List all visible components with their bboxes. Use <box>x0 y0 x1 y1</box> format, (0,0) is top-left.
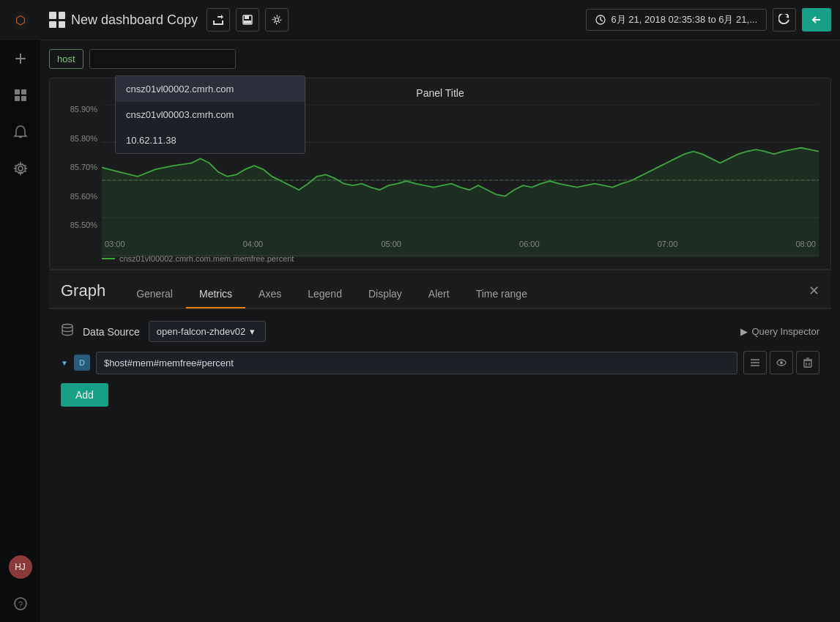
graph-section-title: Graph <box>61 281 105 308</box>
query-collapse-arrow[interactable]: ▼ <box>61 359 68 367</box>
dashboards-icon <box>13 88 28 103</box>
database-icon <box>61 323 74 336</box>
refresh-icon <box>778 14 790 26</box>
graph-header: Graph General Metrics Axes Legend Displa… <box>49 270 831 308</box>
datasource-dropdown-arrow: ▾ <box>250 326 255 337</box>
refresh-button[interactable] <box>773 8 796 32</box>
svg-rect-5 <box>21 89 26 95</box>
y-label-3: 85.60% <box>70 192 97 201</box>
svg-rect-7 <box>21 96 26 101</box>
tab-axes[interactable]: Axes <box>245 281 294 308</box>
y-label-0: 85.90% <box>70 105 97 114</box>
svg-marker-18 <box>786 15 789 18</box>
sidebar: ⬡ HJ ? <box>0 0 40 622</box>
query-row: ▼ D <box>61 351 819 374</box>
tab-time-range[interactable]: Time range <box>463 281 540 308</box>
datasource-label: Data Source <box>83 326 140 338</box>
datasource-select[interactable]: open-falcon-zhdev02 ▾ <box>149 321 266 342</box>
add-query-button[interactable]: Add <box>61 383 108 407</box>
tab-alert[interactable]: Alert <box>415 281 463 308</box>
chart-x-axis: 03:00 04:00 05:00 06:00 07:00 08:00 <box>102 237 819 251</box>
lines-icon <box>750 358 760 368</box>
svg-rect-6 <box>15 96 20 101</box>
svg-line-17 <box>601 20 603 21</box>
datasource-icon <box>61 323 74 340</box>
tab-general[interactable]: General <box>123 281 186 308</box>
query-delete-button[interactable] <box>796 351 819 374</box>
clock-icon <box>595 15 606 25</box>
grafana-logo-icon: ⬡ <box>10 10 31 31</box>
tab-legend[interactable]: Legend <box>294 281 355 308</box>
x-label-0: 03:00 <box>105 240 125 248</box>
panel-area: host cnsz01vl00002.cmrh.com cnsz01vl0000… <box>40 40 840 622</box>
main-content: New dashboard Copy <box>40 0 840 622</box>
query-letter-badge: D <box>74 355 90 371</box>
close-graph-section-button[interactable]: ✕ <box>809 283 819 306</box>
host-dropdown-item-1[interactable]: cnsz01vl00003.cmrh.com <box>116 102 305 127</box>
y-label-2: 85.70% <box>70 163 97 171</box>
sidebar-item-help[interactable]: ? <box>0 585 40 622</box>
sidebar-item-alerts[interactable] <box>0 114 40 150</box>
legend-line <box>102 258 115 259</box>
y-label-1: 85.80% <box>70 134 97 143</box>
datasource-row: Data Source open-falcon-zhdev02 ▾ ▶ Quer… <box>61 321 819 342</box>
x-label-1: 04:00 <box>243 240 264 248</box>
host-label: host <box>49 49 83 69</box>
datasource-selected-value: open-falcon-zhdev02 <box>157 326 245 337</box>
time-range-picker[interactable]: 6月 21, 2018 02:35:38 to 6月 21,... <box>586 9 767 31</box>
host-dropdown-item-2[interactable]: 10.62.11.38 <box>116 127 305 153</box>
svg-point-8 <box>18 166 23 171</box>
back-icon <box>811 14 822 26</box>
x-label-4: 07:00 <box>658 240 678 248</box>
svg-text:?: ? <box>18 600 22 609</box>
trash-icon <box>803 358 813 368</box>
tab-display[interactable]: Display <box>355 281 415 308</box>
host-dropdown: cnsz01vl00002.cmrh.com cnsz01vl00003.cmr… <box>115 75 305 154</box>
host-input[interactable] <box>89 49 236 69</box>
query-eye-button[interactable] <box>770 351 793 374</box>
graph-section: Graph General Metrics Axes Legend Displa… <box>49 270 831 308</box>
svg-point-26 <box>62 325 73 328</box>
chart-y-axis: 85.90% 85.80% 85.70% 85.60% 85.50% <box>62 105 102 229</box>
share-icon <box>213 15 223 25</box>
svg-text:⬡: ⬡ <box>15 14 26 26</box>
x-label-5: 08:00 <box>795 240 816 248</box>
query-lines-button[interactable] <box>743 351 767 374</box>
tab-metrics[interactable]: Metrics <box>186 281 245 308</box>
y-label-4: 85.50% <box>70 221 97 229</box>
query-inspector-label: Query Inspector <box>752 326 820 337</box>
svg-rect-4 <box>15 89 20 95</box>
save-button[interactable] <box>236 8 259 32</box>
sidebar-item-settings[interactable] <box>0 150 40 187</box>
share-button[interactable] <box>207 8 230 32</box>
sidebar-item-add[interactable] <box>0 40 40 77</box>
back-button[interactable] <box>802 8 831 32</box>
x-label-2: 05:00 <box>381 240 401 248</box>
sidebar-avatar[interactable]: HJ <box>0 549 40 585</box>
svg-rect-13 <box>244 21 251 23</box>
gear-icon <box>13 161 28 176</box>
sidebar-item-dashboards[interactable] <box>0 77 40 114</box>
query-input[interactable] <box>96 352 737 374</box>
time-range-text: 6月 21, 2018 02:35:38 to 6月 21,... <box>612 13 757 26</box>
bell-icon <box>13 125 28 139</box>
query-inspector-arrow: ▶ <box>740 326 748 337</box>
plus-icon <box>13 51 28 66</box>
svg-rect-32 <box>804 360 811 367</box>
dashboard-settings-button[interactable] <box>265 8 289 32</box>
x-label-3: 06:00 <box>519 240 540 248</box>
dashboard-title: New dashboard Copy <box>71 12 198 28</box>
query-inspector-button[interactable]: ▶ Query Inspector <box>740 326 820 337</box>
save-icon <box>242 15 253 25</box>
host-dropdown-item-0[interactable]: cnsz01vl00002.cmrh.com <box>116 76 305 102</box>
svg-point-14 <box>275 18 279 22</box>
host-filter-row: host cnsz01vl00002.cmrh.com cnsz01vl0000… <box>49 49 831 69</box>
avatar: HJ <box>9 555 32 579</box>
settings-icon <box>272 15 282 25</box>
svg-rect-12 <box>245 15 249 19</box>
topbar: New dashboard Copy <box>40 0 840 40</box>
eye-icon <box>776 358 787 368</box>
datasource-section: Data Source open-falcon-zhdev02 ▾ ▶ Quer… <box>49 308 831 418</box>
svg-point-31 <box>780 361 783 364</box>
query-actions <box>743 351 819 374</box>
